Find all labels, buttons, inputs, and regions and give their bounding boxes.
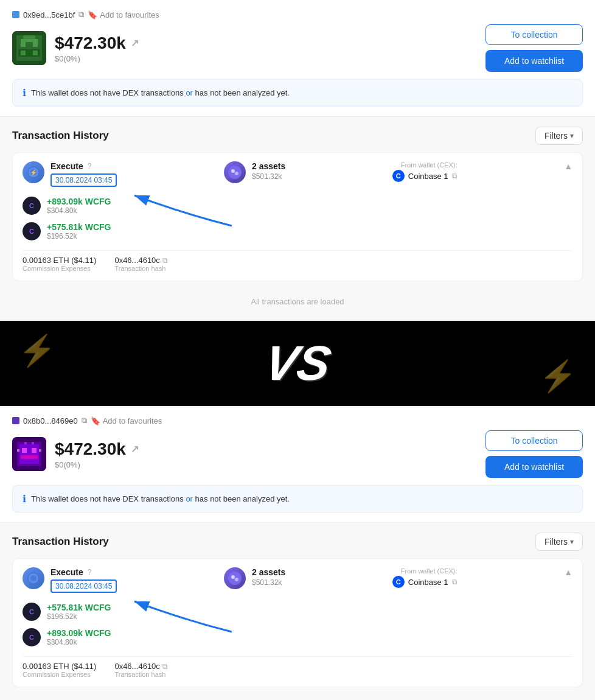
svg-rect-7 [23, 35, 35, 39]
svg-text:C: C [29, 608, 34, 615]
tx-history-title-2: Transaction History [12, 536, 109, 548]
wallet-panel-1: ARBITR GE ARBITR GE SC NNER SC NNER ARBI… [0, 0, 595, 117]
tx-history-section-1: Transaction History Filters ▾ ⚡ [0, 117, 595, 321]
svg-text:C: C [29, 202, 34, 209]
token-icon-wcfg-3: C [23, 603, 41, 621]
tx-assets-label-2: 2 assets [252, 567, 285, 577]
info-text-2: This wallet does not have DEX transactio… [31, 494, 290, 503]
token-row-2-1: C +575.81k WCFG $196.52k [23, 599, 572, 625]
txhash-value-1: 0x46...4610c ⧉ [114, 256, 167, 265]
wallet-left-2: $472.30k ↗ $0(0%) [12, 437, 139, 471]
svg-rect-5 [21, 51, 26, 55]
svg-point-12 [228, 166, 242, 179]
add-watchlist-btn-2[interactable]: Add to watchlist [485, 456, 583, 478]
add-favourites-btn-2[interactable]: 🔖 Add to favourites [91, 416, 162, 425]
tx-right-1: From wallet (CEX): C Coinbase 1 ⧉ [392, 161, 458, 182]
svg-rect-23 [22, 448, 27, 453]
copy-wallet-icon-2[interactable]: ⧉ [452, 578, 458, 586]
svg-rect-6 [33, 51, 38, 55]
bookmark-icon-2: 🔖 [91, 416, 100, 425]
svg-text:C: C [29, 634, 34, 641]
token-usd-1-1: $304.80k [47, 206, 111, 215]
wallet-info-1: $472.30k ↗ $0(0%) [55, 33, 139, 63]
copy-wallet-icon-1[interactable]: ⧉ [452, 172, 458, 180]
add-watchlist-btn-1[interactable]: Add to watchlist [485, 50, 583, 72]
info-bar-1: ℹ This wallet does not have DEX transact… [12, 79, 583, 107]
all-loaded-2: All transactions are loaded [12, 693, 583, 700]
wallet-left-1: $472.30k ↗ $0(0%) [12, 31, 139, 65]
copy-address-icon-1[interactable]: ⧉ [78, 10, 84, 19]
to-collection-btn-1[interactable]: To collection [485, 24, 583, 45]
tx-label-1: Execute [50, 161, 83, 171]
svg-rect-24 [32, 448, 37, 453]
bookmark-icon-1: 🔖 [88, 10, 97, 19]
svg-rect-2 [21, 42, 26, 47]
address-dot-2 [12, 417, 19, 424]
tx-bottom-row-2: 0.00163 ETH ($4.11) Commission Expenses … [23, 656, 572, 678]
token-icon-wcfg-1: C [23, 197, 41, 215]
info-link-1[interactable]: or [186, 88, 195, 97]
share-icon-1[interactable]: ↗ [131, 37, 139, 49]
svg-text:C: C [29, 228, 34, 235]
info-bar-2: ℹ This wallet does not have DEX transact… [12, 485, 583, 513]
token-row-1-1: C +893.09k WCFG $304.80k [23, 193, 572, 219]
wallet-address-1[interactable]: 0x9ed...5ce1bf [23, 10, 75, 19]
all-loaded-1: All transactions are loaded [12, 287, 583, 311]
token-amount-1-1: +893.09k WCFG [47, 197, 111, 206]
copy-address-icon-2[interactable]: ⧉ [82, 416, 87, 425]
wallet-main-row-2: $472.30k ↗ $0(0%) To collection Add to w… [12, 430, 583, 478]
coinbase-icon-2: C [392, 576, 405, 588]
lightning-right: ⚡ [539, 359, 577, 394]
copy-txhash-icon-1[interactable]: ⧉ [162, 256, 168, 265]
coinbase-icon-1: C [392, 170, 405, 182]
info-icon-2: ℹ [23, 493, 26, 505]
chevron-up-icon-2[interactable]: ▲ [564, 567, 572, 577]
tx-assets-label-1: 2 assets [252, 161, 285, 171]
token-icon-wcfg-4: C [23, 628, 41, 646]
address-dot-1 [12, 11, 19, 18]
lightning-left: ⚡ [18, 333, 56, 368]
svg-point-34 [235, 578, 238, 581]
wallet-address-row-2: 0x8b0...8469e0 ⧉ 🔖 Add to favourites [12, 416, 583, 425]
txhash-item-2: 0x46...4610c ⧉ Transaction hash [114, 662, 167, 678]
token-info-1-1: +893.09k WCFG $304.80k [47, 197, 111, 215]
commission-value-2: 0.00163 ETH ($4.11) [23, 662, 96, 671]
svg-text:⚡: ⚡ [30, 169, 38, 177]
tx-assets-info-2: 2 assets $501.32k [252, 567, 285, 587]
filters-btn-2[interactable]: Filters ▾ [535, 533, 583, 551]
chevron-down-icon-1: ▾ [570, 131, 574, 140]
commission-label-1: Commission Expenses [23, 265, 96, 272]
tx-card-2: Execute ? 30.08.2024 03:45 [12, 558, 583, 687]
copy-txhash-icon-2[interactable]: ⧉ [162, 662, 168, 671]
tx-top-row-1: ⚡ Execute ? 30.08.2024 03:45 [23, 161, 572, 187]
filters-btn-1[interactable]: Filters ▾ [535, 127, 583, 145]
tx-label-group-1: Execute ? 30.08.2024 03:45 [50, 161, 117, 187]
txhash-label-1: Transaction hash [114, 265, 167, 272]
tx-left-1: ⚡ Execute ? 30.08.2024 03:45 [23, 161, 117, 187]
svg-rect-3 [33, 42, 38, 47]
token-usd-1-2: $196.52k [47, 232, 111, 240]
chevron-down-icon-2: ▾ [570, 537, 574, 546]
svg-point-31 [30, 575, 37, 581]
tx-question-icon-2: ? [88, 568, 92, 576]
chevron-up-icon-1[interactable]: ▲ [564, 161, 572, 171]
svg-rect-27 [32, 442, 34, 444]
to-collection-btn-2[interactable]: To collection [485, 430, 583, 451]
info-link-2[interactable]: or [186, 494, 195, 503]
wallet-address-2[interactable]: 0x8b0...8469e0 [23, 416, 78, 425]
tx-label-2: Execute [50, 567, 83, 577]
token-rows-2: C +575.81k WCFG $196.52k C [23, 599, 572, 650]
wallet-panel-2: ARBITR GE ARBITR GE SC NNER SC NNER ARBI… [0, 406, 595, 523]
token-row-2-2: C +893.09k WCFG $304.80k [23, 625, 572, 650]
token-rows-1: C +893.09k WCFG $304.80k C [23, 193, 572, 244]
svg-point-13 [231, 169, 235, 173]
vs-divider: ⚡ ⚡ VS [0, 321, 595, 406]
vs-label: VS [260, 335, 335, 391]
tx-assets-value-2: $501.32k [252, 578, 285, 587]
add-favourites-btn-1[interactable]: 🔖 Add to favourites [88, 10, 159, 19]
token-icon-wcfg-2: C [23, 222, 41, 240]
share-icon-2[interactable]: ↗ [131, 443, 139, 455]
tx-history-header-1: Transaction History Filters ▾ [12, 117, 583, 152]
tx-left-2: Execute ? 30.08.2024 03:45 [23, 567, 117, 593]
tx-assets-info-1: 2 assets $501.32k [252, 161, 285, 181]
